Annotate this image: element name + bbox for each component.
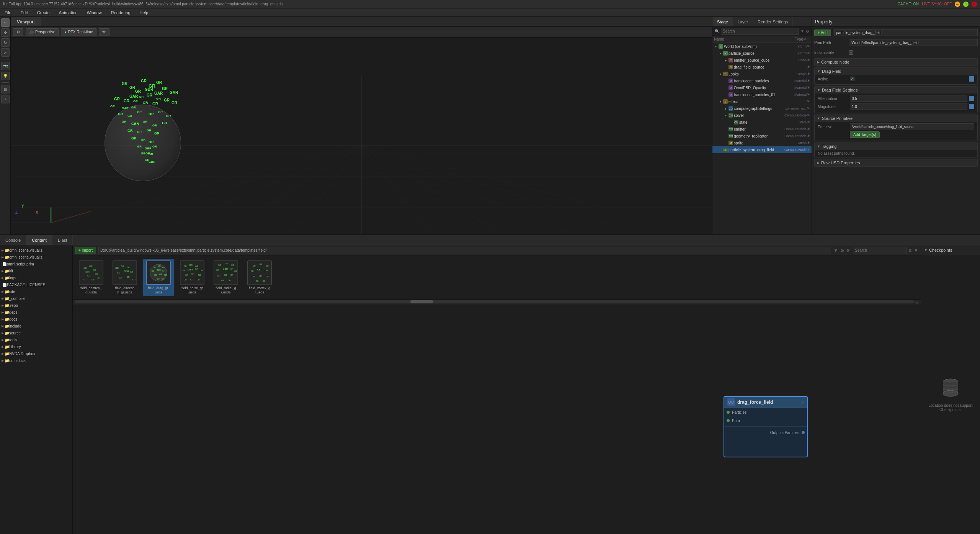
tree-row-effect[interactable]: ▼ S effect 👁	[712, 98, 812, 105]
file-row-docs[interactable]: ▶ 📁 docs	[0, 316, 72, 323]
active-checkbox[interactable]: ✓	[850, 77, 854, 81]
tree-row-emitter-cube[interactable]: ▶ C emitter_source_cube Cube 👁	[712, 57, 812, 64]
instantiable-checkbox[interactable]: ✓	[849, 50, 853, 55]
file-row-kit[interactable]: ▶ 📁 kit	[0, 267, 72, 274]
tree-row-drag-field-source[interactable]: S drag_field_source 👁	[712, 64, 812, 70]
file-row-library[interactable]: ▶ 📁 Library	[0, 343, 72, 350]
file-row-script[interactable]: 📄 omni.script.prim	[0, 260, 72, 267]
file-thumb-destroy[interactable]: GR GR GBR GR GR GR GR GBR GR	[76, 259, 106, 296]
file-thumb-noise[interactable]: GR GR GR GR GBR GR GR GR GR GR GR	[177, 259, 207, 296]
scroll-thumb[interactable]	[410, 300, 433, 303]
tree-row-particle-source[interactable]: ▼ X particle_source Xform 👁	[712, 50, 812, 57]
file-row-licenses[interactable]: 📄 PACKAGE-LICENSES	[0, 281, 72, 288]
tree-row-looks[interactable]: ▼ S Looks Scope 👁	[712, 70, 812, 77]
tab-render-settings[interactable]: Render Settings	[753, 17, 793, 26]
tree-row-state[interactable]: CN state State 👁	[712, 119, 812, 126]
content-settings-icon[interactable]: ⚙	[840, 248, 844, 253]
content-list-icon[interactable]: ≡	[909, 248, 911, 253]
raw-usd-header[interactable]: ▶ Raw USD Properties	[815, 159, 977, 166]
file-row-logs[interactable]: ▶ 📁 logs	[0, 274, 72, 281]
maximize-button[interactable]: □	[963, 2, 969, 7]
tool-move[interactable]: ✥	[1, 28, 10, 37]
stage-settings-icon[interactable]: ⚙	[806, 29, 809, 33]
menu-help[interactable]: Help	[138, 10, 150, 16]
tree-row-translucent[interactable]: M translucent_particles Material 👁	[712, 77, 812, 84]
menu-window[interactable]: Window	[85, 10, 103, 16]
menu-edit[interactable]: Edit	[19, 10, 29, 16]
viewport-tab[interactable]: Viewport	[11, 17, 41, 26]
tab-stage[interactable]: Stage	[712, 17, 733, 26]
tree-row-sprite[interactable]: M sprite Mesh 👁	[712, 139, 812, 146]
stage-filter-icon[interactable]: ▼	[800, 29, 804, 33]
tool-light[interactable]: 💡	[1, 72, 10, 80]
file-row-repo[interactable]: ▶ 📁 .repo	[0, 302, 72, 309]
menu-create[interactable]: Create	[36, 10, 51, 16]
file-row-tools[interactable]: ▶ 📁 tools	[0, 336, 72, 343]
tree-row-translucent-01[interactable]: M translucent_particles_01 Material 👁	[712, 91, 812, 98]
file-thumb-direction[interactable]: GR GR GR GR GBR GR GR GR GR	[109, 259, 140, 296]
close-button[interactable]: ✕	[972, 2, 977, 7]
menu-file[interactable]: File	[3, 10, 13, 16]
tool-select[interactable]: ↖	[1, 18, 10, 27]
rtx-button[interactable]: ● RTX Real-time	[61, 28, 96, 36]
stage-options-icon[interactable]: ⋮	[803, 19, 812, 24]
active-color-btn[interactable]	[969, 76, 974, 82]
file-row-source[interactable]: ▶ 📁 source	[0, 329, 72, 336]
file-row-include[interactable]: ▶ 📁 include	[0, 323, 72, 329]
menu-rendering[interactable]: Rendering	[109, 10, 132, 16]
magnitude-color-btn[interactable]	[969, 104, 974, 109]
path-filter-icon[interactable]: ▼	[833, 248, 838, 253]
file-row-nvda[interactable]: ▶ 📁 NVDA Dropbox	[0, 350, 72, 357]
file-row-deps[interactable]: ▶ 📁 deps	[0, 309, 72, 316]
tree-row-cg-settings[interactable]: ▶ CG computegraphSettings ComputeGrap...…	[712, 105, 812, 112]
attenuation-input[interactable]	[850, 95, 967, 102]
add-property-button[interactable]: + Add	[814, 29, 831, 36]
node-expand-icon[interactable]: ⤢	[801, 400, 804, 405]
tree-row-geo-rep[interactable]: CN geometry_replicator ComputeNode 👁	[712, 133, 812, 139]
content-search-icon[interactable]: ⊞	[847, 248, 851, 253]
drag-field-settings-header[interactable]: ▼ Drag Field Settings	[815, 87, 977, 93]
tab-layer[interactable]: Layer	[733, 17, 753, 26]
content-path-input[interactable]	[98, 247, 831, 254]
tree-row-world[interactable]: ▼ X World (defaultPrim) Xform 👁	[712, 43, 812, 50]
file-thumb-drag[interactable]: GR GR GR GR GBR GR GR GR GR GR GR	[143, 259, 174, 296]
drag-field-header[interactable]: ▼ Drag Field	[815, 68, 977, 75]
tree-row-drag-field[interactable]: CN particle_system_drag_field ComputeNod…	[712, 146, 812, 153]
primitive-value[interactable]: /World/particle_source/drag_field_source	[850, 123, 974, 130]
tree-row-omnipbr[interactable]: M OmniPBR_Opacity Material 👁	[712, 84, 812, 91]
compute-node-header[interactable]: ▶ Compute Node	[815, 59, 977, 66]
property-name-field[interactable]: particle_system_drag_field	[834, 29, 978, 36]
menu-animation[interactable]: Animation	[57, 10, 79, 16]
tab-blast[interactable]: Blast	[52, 235, 73, 245]
tool-grid[interactable]: ⋮	[1, 95, 10, 103]
tool-scale[interactable]: ⤢	[1, 48, 10, 57]
tab-content[interactable]: Content	[26, 235, 52, 245]
magnitude-input[interactable]	[850, 103, 967, 110]
tree-row-solver[interactable]: ▼ CN solver ComputeNode 👁	[712, 112, 812, 119]
file-row-omni2[interactable]: ▶ 📁 omni.scene.visualiz	[0, 254, 72, 260]
tool-rotate[interactable]: ↻	[1, 38, 10, 47]
add-target-button[interactable]: Add Target(s)	[850, 131, 880, 138]
tool-snap[interactable]: ⊡	[1, 85, 10, 93]
gear-button[interactable]: ⚙	[13, 28, 23, 36]
viewport-canvas[interactable]: GR GR GR GR GR GR GBR GAR GR GAR GAR GR …	[11, 38, 712, 234]
attenuation-color-btn[interactable]	[969, 96, 974, 101]
tagging-header[interactable]: ▼ Tagging	[815, 143, 977, 150]
file-row-site[interactable]: ▶ 📁 site	[0, 288, 72, 295]
prim-path-value[interactable]: /World/effect/particle_system_drag_field	[849, 39, 978, 46]
scroll-track[interactable]	[75, 300, 914, 303]
tab-console[interactable]: Console	[0, 235, 26, 245]
tree-row-emitter[interactable]: CN emitter ComputeNode 👁	[712, 126, 812, 133]
file-row-omnidocs[interactable]: ▶ 📁 omnidocs	[0, 357, 72, 364]
file-row-compiler[interactable]: ▶ 📁 _compiler	[0, 295, 72, 302]
stage-search-input[interactable]	[721, 28, 799, 35]
file-row-omni1[interactable]: ▶ 📁 omni.scene.visualiz	[0, 247, 72, 254]
minimize-button[interactable]: ─	[955, 2, 960, 7]
tool-camera[interactable]: 📷	[1, 62, 10, 70]
content-search-input[interactable]	[853, 247, 906, 254]
eye-button[interactable]: 👁	[99, 28, 109, 36]
import-button[interactable]: + Import	[75, 247, 96, 254]
content-filter2-icon[interactable]: ▼	[914, 248, 918, 253]
file-thumb-vortex[interactable]: GR GR GR GR GBR GR GR GR GR GR GR	[244, 259, 275, 296]
perspective-button[interactable]: 🎥 Perspective	[26, 28, 59, 36]
